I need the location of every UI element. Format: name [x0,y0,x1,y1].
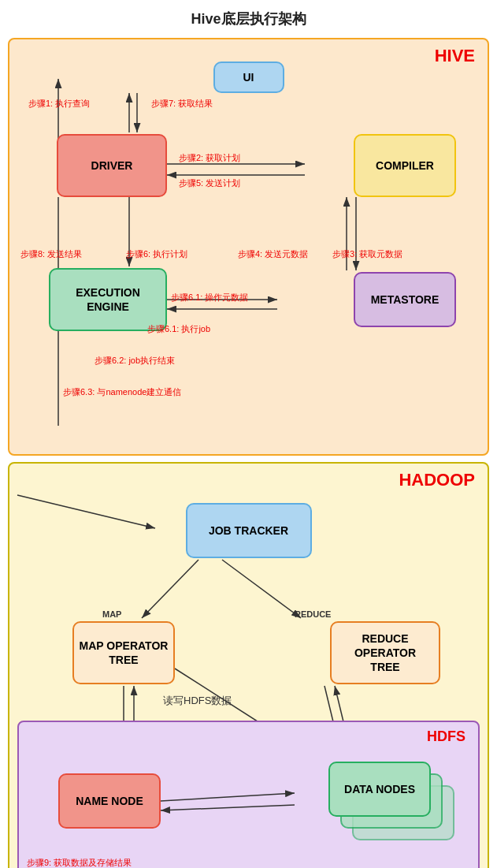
reduce-label: REDUCE [295,609,331,619]
compiler-box: COMPILER [354,134,456,197]
step6-label: 步骤6: 执行计划 [126,248,187,260]
step62-label: 步骤6.2: job执行结束 [95,355,175,367]
svg-line-27 [161,793,295,801]
data-nodes-box: DATA NODES [328,762,431,817]
hdfs-rw-label: 读写HDFS数据 [163,694,232,708]
step63-label: 步骤6.3: 与namenode建立通信 [63,386,181,398]
ui-box: UI [213,61,284,93]
execution-engine-box: EXECUTION ENGINE [49,268,167,331]
step8-label: 步骤8: 发送结果 [20,248,82,260]
step3-label: 步骤3: 获取元数据 [332,248,402,260]
svg-line-28 [161,805,295,810]
reduce-operator-tree-box: REDUCE OPERATOR TREE [330,621,440,684]
map-label: MAP [102,609,121,619]
metastore-box: METASTORE [354,272,456,327]
page-title: Hive底层执行架构 [0,0,497,35]
step61-label: 步骤6.1: 操作元数据 [171,292,248,304]
hive-section: HIVE [8,38,489,456]
job-tracker-box: JOB TRACKER [186,503,312,558]
hive-label: HIVE [435,46,475,66]
name-node-box: NAME NODE [58,773,161,829]
driver-box: DRIVER [57,134,167,197]
hdfs-label: HDFS [427,728,465,745]
svg-line-17 [222,560,301,618]
step1-label: 步骤1: 执行查询 [28,98,90,110]
map-operator-tree-box: MAP OPERATOR TREE [72,621,175,684]
step7-label: 步骤7: 获取结果 [151,98,213,110]
svg-line-23 [17,495,155,528]
step9-label: 步骤9: 获取数据及存储结果 [27,857,132,868]
main-container: Hive底层执行架构 HIVE [0,0,497,868]
step61b-label: 步骤6.1: 执行job [147,323,210,335]
step2-label: 步骤2: 获取计划 [179,152,240,164]
step5-label: 步骤5: 发送计划 [179,177,240,189]
hadoop-label: HADOOP [399,470,475,490]
step4-label: 步骤4: 发送元数据 [238,248,308,260]
svg-line-16 [142,560,198,618]
hdfs-section: HDFS NAME NODE DATA NODES [17,721,480,868]
hadoop-section: HADOOP [8,462,489,868]
